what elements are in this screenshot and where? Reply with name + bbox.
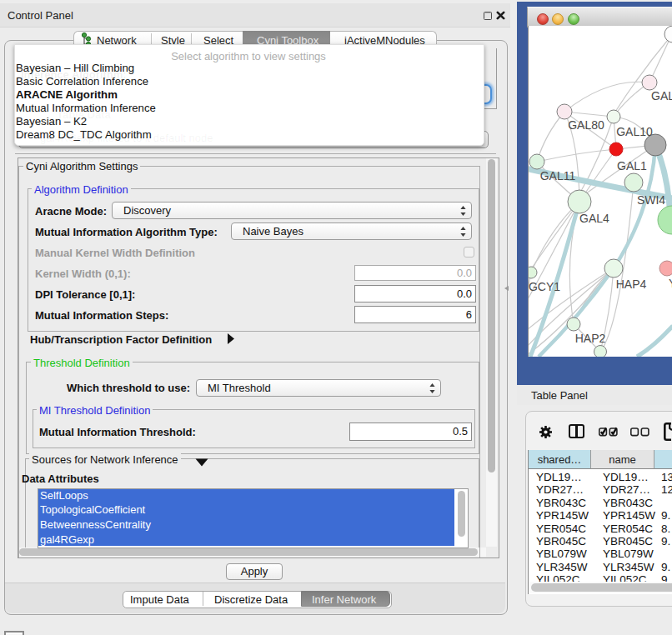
svg-text:HAP4: HAP4 <box>616 278 647 291</box>
svg-text:GAL4: GAL4 <box>579 212 609 225</box>
svg-text:GAL1: GAL1 <box>617 159 647 172</box>
svg-text:GCY1: GCY1 <box>529 280 560 293</box>
svg-text:GAL10: GAL10 <box>616 125 653 138</box>
svg-text:GAL11: GAL11 <box>540 169 576 182</box>
svg-text:GAL: GAL <box>651 89 672 102</box>
svg-text:SWI4: SWI4 <box>637 193 665 207</box>
svg-text:GAL80: GAL80 <box>568 118 604 132</box>
svg-text:Y: Y <box>669 277 672 290</box>
svg-text:HAP2: HAP2 <box>575 332 606 345</box>
